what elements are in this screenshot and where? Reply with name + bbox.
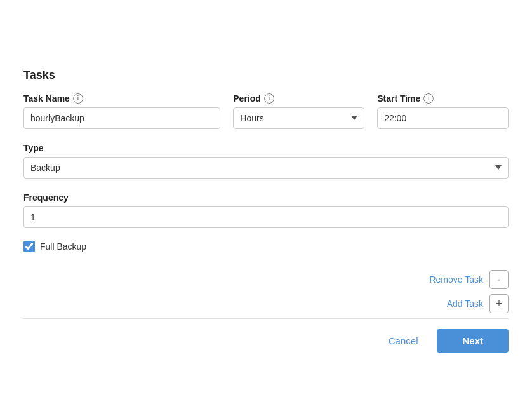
footer-buttons: Cancel Next — [23, 329, 509, 353]
add-task-row: Add Task + — [23, 294, 509, 313]
period-select[interactable]: Hours Days Weeks Months — [233, 107, 364, 129]
type-label: Type — [23, 143, 509, 153]
task-name-info-icon[interactable]: i — [73, 93, 83, 104]
task-name-group: Task Name i — [23, 93, 220, 129]
remove-task-link[interactable]: Remove Task — [429, 274, 483, 285]
period-info-icon[interactable]: i — [264, 93, 274, 104]
frequency-input[interactable] — [23, 206, 509, 228]
frequency-section: Frequency — [23, 192, 509, 228]
type-select[interactable]: Backup Restore Sync — [23, 157, 509, 179]
remove-task-row: Remove Task - — [23, 270, 509, 289]
cancel-button[interactable]: Cancel — [378, 330, 429, 351]
tasks-dialog: Tasks Task Name i Period i Hours Days We… — [6, 51, 526, 368]
full-backup-checkbox[interactable] — [23, 241, 35, 252]
start-time-group: Start Time i — [377, 93, 509, 129]
next-button[interactable]: Next — [437, 329, 509, 353]
top-row: Task Name i Period i Hours Days Weeks Mo… — [23, 93, 509, 129]
task-name-label: Task Name i — [23, 93, 220, 104]
add-task-button[interactable]: + — [489, 294, 509, 313]
full-backup-row: Full Backup — [23, 241, 509, 252]
start-time-info-icon[interactable]: i — [423, 93, 434, 104]
task-name-input[interactable] — [23, 107, 220, 129]
start-time-input[interactable] — [377, 107, 509, 129]
section-title: Tasks — [23, 69, 509, 82]
remove-task-button[interactable]: - — [489, 270, 509, 289]
period-group: Period i Hours Days Weeks Months — [233, 93, 364, 129]
type-section: Type Backup Restore Sync — [23, 143, 509, 179]
period-label: Period i — [233, 93, 364, 104]
add-task-link[interactable]: Add Task — [447, 299, 483, 309]
start-time-label: Start Time i — [377, 93, 509, 104]
full-backup-label[interactable]: Full Backup — [40, 241, 86, 252]
footer-divider — [23, 318, 509, 319]
frequency-label: Frequency — [23, 192, 509, 203]
